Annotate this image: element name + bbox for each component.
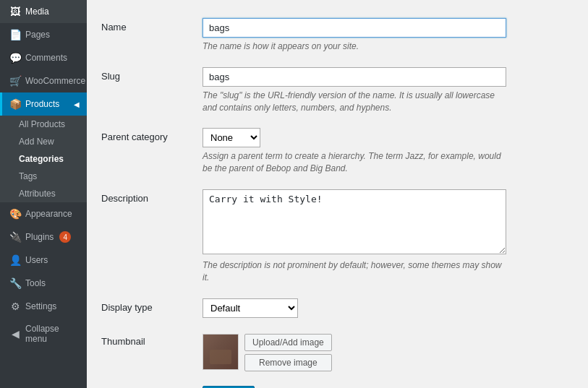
products-submenu: All Products Add New Categories Tags Att… — [0, 116, 87, 202]
upload-image-button[interactable]: Upload/Add image — [244, 334, 332, 351]
sidebar-item-all-products[interactable]: All Products — [0, 116, 87, 133]
display-type-field: Default Products Subcategories Both — [203, 298, 574, 318]
categories-label: Categories — [19, 154, 64, 164]
add-new-label: Add New — [19, 137, 54, 147]
slug-hint: The "slug" is the URL-friendly version o… — [203, 90, 506, 114]
description-field: Carry it with Style! The description is … — [203, 189, 574, 284]
thumbnail-label: Thumbnail — [101, 332, 203, 347]
parent-category-label: Parent category — [101, 128, 203, 142]
sidebar-item-products[interactable]: 📦 Products ◀ — [0, 92, 87, 116]
sidebar-item-label: Plugins — [25, 232, 54, 242]
sidebar-item-settings[interactable]: ⚙ Settings — [0, 295, 87, 318]
sidebar-item-label: Users — [25, 255, 48, 265]
sidebar-item-tags[interactable]: Tags — [0, 168, 87, 185]
update-button[interactable]: Update — [203, 386, 255, 388]
display-type-row: Display type Default Products Subcategor… — [101, 291, 574, 325]
collapse-icon: ◀ — [9, 328, 21, 340]
sidebar-item-label: Pages — [25, 30, 50, 40]
display-type-label: Display type — [101, 298, 203, 313]
parent-category-row: Parent category None Assign a parent ter… — [101, 121, 574, 182]
thumbnail-placeholder — [203, 334, 238, 370]
products-icon: 📦 — [9, 98, 21, 110]
sidebar-item-add-new[interactable]: Add New — [0, 133, 87, 150]
sidebar-item-appearance[interactable]: 🎨 Appearance — [0, 202, 87, 225]
thumbnail-area: Upload/Add image Remove image — [203, 334, 574, 371]
slug-row: Slug The "slug" is the URL-friendly vers… — [101, 60, 574, 121]
comments-icon: 💬 — [9, 52, 21, 64]
sidebar-item-label: Products — [25, 99, 59, 109]
parent-category-select[interactable]: None — [203, 128, 260, 147]
thumbnail-row: Thumbnail Upload/Add image Remove image — [101, 325, 574, 379]
products-arrow: ◀ — [74, 100, 80, 108]
sidebar-item-label: Settings — [25, 301, 56, 311]
settings-icon: ⚙ — [9, 301, 21, 312]
sidebar-item-woocommerce[interactable]: 🛒 WooCommerce — [0, 69, 87, 92]
sidebar-item-label: Media — [25, 7, 49, 17]
plugins-badge: 4 — [59, 231, 71, 243]
sidebar-item-label: Appearance — [25, 209, 72, 219]
slug-label: Slug — [101, 67, 203, 82]
name-row: Name The name is how it appears on your … — [101, 11, 574, 60]
sidebar-item-comments[interactable]: 💬 Comments — [0, 46, 87, 69]
tags-label: Tags — [19, 171, 37, 181]
thumbnail-buttons: Upload/Add image Remove image — [244, 334, 332, 371]
all-products-label: All Products — [19, 119, 65, 129]
description-label: Description — [101, 189, 203, 204]
sidebar-item-collapse[interactable]: ◀ Collapse menu — [0, 318, 87, 350]
sidebar-item-media[interactable]: 🖼 Media — [0, 0, 87, 23]
sidebar: 🖼 Media 📄 Pages 💬 Comments 🛒 WooCommerce… — [0, 0, 87, 388]
thumbnail-image[interactable] — [203, 334, 239, 370]
sidebar-item-label: WooCommerce — [25, 76, 85, 86]
name-label: Name — [101, 18, 203, 33]
appearance-icon: 🎨 — [9, 208, 21, 220]
woocommerce-icon: 🛒 — [9, 75, 21, 87]
description-hint: The description is not prominent by defa… — [203, 259, 506, 284]
description-row: Description Carry it with Style! The des… — [101, 182, 574, 291]
parent-category-hint: Assign a parent term to create a hierarc… — [203, 150, 506, 175]
parent-category-field: None Assign a parent term to create a hi… — [203, 128, 574, 175]
attributes-label: Attributes — [19, 189, 56, 199]
name-input[interactable] — [203, 18, 506, 38]
pages-icon: 📄 — [9, 29, 21, 40]
main-content: Name The name is how it appears on your … — [87, 0, 588, 388]
display-type-select[interactable]: Default Products Subcategories Both — [203, 298, 298, 318]
form-buttons: Update Delete — [203, 379, 574, 388]
sidebar-item-plugins[interactable]: 🔌 Plugins 4 — [0, 225, 87, 249]
remove-image-button[interactable]: Remove image — [244, 354, 332, 371]
sidebar-item-label: Tools — [25, 278, 46, 288]
tools-icon: 🔧 — [9, 277, 21, 289]
thumbnail-field: Upload/Add image Remove image — [203, 332, 574, 371]
name-hint: The name is how it appears on your site. — [203, 40, 506, 53]
media-icon: 🖼 — [9, 6, 21, 17]
sidebar-item-users[interactable]: 👤 Users — [0, 249, 87, 272]
sidebar-item-tools[interactable]: 🔧 Tools — [0, 272, 87, 295]
sidebar-item-pages[interactable]: 📄 Pages — [0, 23, 87, 46]
sidebar-item-label: Comments — [25, 53, 67, 63]
sidebar-item-attributes[interactable]: Attributes — [0, 185, 87, 202]
description-input[interactable]: Carry it with Style! — [203, 189, 506, 254]
plugins-icon: 🔌 — [9, 231, 21, 243]
sidebar-item-categories[interactable]: Categories — [0, 150, 87, 168]
slug-input[interactable] — [203, 67, 506, 87]
users-icon: 👤 — [9, 254, 21, 266]
slug-field: The "slug" is the URL-friendly version o… — [203, 67, 574, 114]
name-field: The name is how it appears on your site. — [203, 18, 574, 53]
collapse-label: Collapse menu — [25, 324, 80, 344]
